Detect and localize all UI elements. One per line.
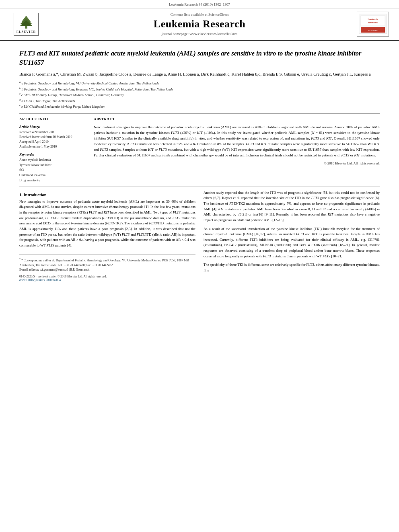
revised-date: Received in revised form 20 March 2010 bbox=[19, 135, 86, 140]
copyright-line: © 2010 Elsevier Ltd. All rights reserved… bbox=[94, 161, 380, 165]
keywords-label: Keywords: bbox=[19, 152, 86, 156]
journal-header: ELSEVIER Contents lists available at Sci… bbox=[0, 8, 399, 41]
leukemia-research-logo: Leukemia Research ELSEVIER bbox=[357, 12, 389, 37]
svg-rect-5 bbox=[361, 16, 385, 26]
citation-bar: Leukemia Research 34 (2010) 1302–1307 bbox=[0, 0, 399, 8]
elsevier-logo-box: ELSEVIER bbox=[14, 13, 39, 36]
svg-text:Leukemia: Leukemia bbox=[368, 18, 378, 21]
article-title: FLT3 and KIT mutated pediatric acute mye… bbox=[19, 49, 380, 67]
body-left-col: 1. Introduction New strategies to improv… bbox=[19, 190, 195, 282]
journal-homepage: journal homepage: www.elsevier.com/locat… bbox=[52, 32, 347, 36]
title-invitro: in vitro bbox=[256, 49, 276, 57]
page-wrapper: Leukemia Research 34 (2010) 1302–1307 EL… bbox=[0, 0, 399, 532]
article-history-label: Article history: bbox=[19, 125, 86, 129]
kw2: Tyrosine kinase inhibitor bbox=[19, 163, 86, 168]
title-flt3: FLT3 bbox=[19, 49, 35, 57]
logo-graphic: Leukemia Research ELSEVIER bbox=[359, 14, 387, 34]
intro-paragraph-3: As a result of the successful introducti… bbox=[204, 226, 380, 259]
kw5: Drug sensitivity bbox=[19, 178, 86, 183]
abstract-title: ABSTRACT bbox=[94, 117, 380, 122]
online-date: Available online 1 May 2010 bbox=[19, 144, 86, 149]
authors-line: Bianca F. Goemans a,*, Christian M. Zwaa… bbox=[19, 71, 380, 78]
sciencedirect-link: Contents lists available at ScienceDirec… bbox=[52, 12, 347, 16]
info-abstract-section: ARTICLE INFO Article history: Received 4… bbox=[19, 117, 380, 183]
received-date: Received 4 November 2009 bbox=[19, 130, 86, 135]
intro-paragraph-1: New strategies to improve outcome of ped… bbox=[19, 199, 195, 249]
kw4: Childhood leukemia bbox=[19, 173, 86, 178]
affiliation-c: c c AML-BFM Study Group, Hannover Medica… bbox=[19, 92, 380, 98]
footnote-area: * * Corresponding author at: Department … bbox=[19, 255, 195, 282]
body-right-col: Another study reported that the length o… bbox=[204, 190, 380, 282]
kw3: flt3 bbox=[19, 168, 86, 173]
affiliations: a a Pediatric Oncology and Hematology, V… bbox=[19, 80, 380, 109]
article-info-title: ARTICLE INFO bbox=[19, 117, 86, 122]
divider-1 bbox=[19, 113, 380, 114]
svg-text:Research: Research bbox=[368, 21, 378, 24]
journal-title: Leukemia Research bbox=[52, 18, 347, 30]
affiliation-a: a a Pediatric Oncology and Hematology, V… bbox=[19, 80, 380, 86]
footnote-corresponding: * * Corresponding author at: Department … bbox=[19, 257, 195, 267]
journal-logo-right: Leukemia Research ELSEVIER bbox=[355, 12, 391, 37]
doi-line: doi:10.1016/j.leukres.2010.04.004 bbox=[19, 278, 195, 282]
abstract-text: New treatment strategies to improve the … bbox=[94, 125, 380, 158]
intro-paragraph-4: The specificity of these TKI is differen… bbox=[204, 262, 380, 273]
abstract-col: ABSTRACT New treatment strategies to imp… bbox=[94, 117, 380, 183]
content-area: FLT3 and KIT mutated pediatric acute mye… bbox=[0, 41, 399, 287]
title-main: mutated pediatric acute myeloid leukemia… bbox=[60, 49, 257, 57]
affiliation-d: d d DCOG, The Hague, The Netherlands bbox=[19, 98, 380, 104]
elsevier-tree-icon bbox=[16, 15, 36, 29]
svg-text:ELSEVIER: ELSEVIER bbox=[368, 29, 378, 31]
intro-paragraph-2: Another study reported that the length o… bbox=[204, 190, 380, 223]
title-and: and bbox=[35, 49, 49, 57]
issn-line: 0145-2126/$ – see front matter © 2010 El… bbox=[19, 275, 195, 278]
intro-section-title: 1. Introduction bbox=[19, 193, 195, 197]
citation-text: Leukemia Research 34 (2010) 1302–1307 bbox=[169, 2, 230, 6]
accepted-date: Accepted 8 April 2010 bbox=[19, 140, 86, 144]
journal-center: Contents lists available at ScienceDirec… bbox=[44, 12, 355, 36]
main-body: 1. Introduction New strategies to improv… bbox=[19, 190, 380, 282]
svg-rect-0 bbox=[25, 26, 27, 29]
kw1: Acute myeloid leukemia bbox=[19, 158, 86, 163]
authors-text: Bianca F. Goemans a,*, Christian M. Zwaa… bbox=[19, 72, 371, 76]
elsevier-logo: ELSEVIER bbox=[8, 13, 44, 36]
title-kit: KIT bbox=[49, 49, 60, 57]
affiliation-b: b b Pediatric Oncology and Hematology, E… bbox=[19, 86, 380, 92]
elsevier-text: ELSEVIER bbox=[16, 30, 36, 34]
article-info-col: ARTICLE INFO Article history: Received 4… bbox=[19, 117, 86, 183]
footnote-email: E-mail address: b.f.goemans@vumc.nl (B.F… bbox=[19, 267, 195, 272]
divider-2 bbox=[19, 187, 380, 187]
affiliation-e: e e UK Childhood Leukaemia Working Party… bbox=[19, 103, 380, 109]
